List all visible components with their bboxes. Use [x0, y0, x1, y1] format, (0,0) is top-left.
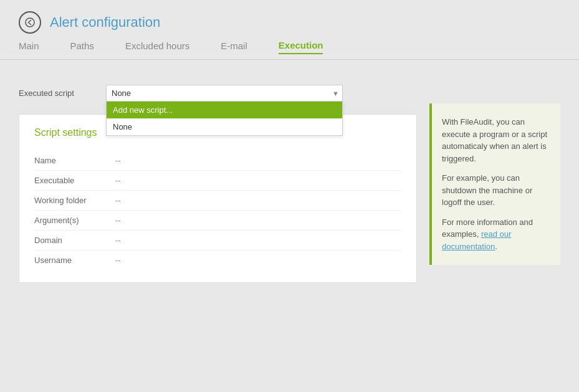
settings-value-arguments: --: [115, 216, 121, 225]
sidebar-paragraph-3: For more information and examples, read …: [442, 216, 550, 253]
content-area: Executed script None ▼ Add new script...…: [0, 72, 579, 295]
executed-script-label: Executed script: [19, 88, 93, 98]
executed-script-dropdown[interactable]: None ▼ Add new script... None: [106, 85, 343, 102]
settings-row-username: Username --: [34, 251, 401, 270]
tab-execution[interactable]: Execution: [279, 40, 323, 54]
settings-value-working-folder: --: [115, 196, 121, 205]
settings-value-username: --: [115, 256, 121, 265]
settings-label-username: Username: [34, 256, 115, 265]
sidebar-paragraph-3-suffix: .: [495, 242, 497, 251]
settings-label-working-folder: Working folder: [34, 196, 115, 205]
dropdown-menu: Add new script... None: [106, 102, 343, 136]
settings-label-executable: Executable: [34, 176, 115, 185]
executed-script-row: Executed script None ▼ Add new script...…: [19, 85, 417, 102]
tab-excluded-hours[interactable]: Excluded hours: [125, 41, 189, 54]
settings-row-name: Name --: [34, 151, 401, 171]
sidebar-paragraph-2: For example, you can shutdown the machin…: [442, 172, 550, 209]
settings-label-name: Name: [34, 156, 115, 165]
back-button[interactable]: [19, 11, 41, 34]
settings-row-working-folder: Working folder --: [34, 191, 401, 211]
dropdown-item-add-new[interactable]: Add new script...: [107, 102, 342, 118]
page-title: Alert configuration: [50, 14, 160, 31]
settings-label-arguments: Argument(s): [34, 216, 115, 225]
settings-row-arguments: Argument(s) --: [34, 211, 401, 231]
settings-row-executable: Executable --: [34, 171, 401, 191]
settings-value-name: --: [115, 156, 121, 165]
dropdown-item-none[interactable]: None: [107, 118, 342, 135]
sidebar-info: With FileAudit, you can execute a progra…: [429, 103, 560, 265]
tab-bar: Main Paths Excluded hours E-mail Executi…: [0, 40, 579, 60]
settings-row-domain: Domain --: [34, 231, 401, 251]
main-panel: Executed script None ▼ Add new script...…: [19, 85, 417, 283]
tab-paths[interactable]: Paths: [70, 41, 94, 54]
settings-label-domain: Domain: [34, 236, 115, 245]
tab-email[interactable]: E-mail: [221, 41, 247, 54]
sidebar-paragraph-1: With FileAudit, you can execute a progra…: [442, 116, 550, 165]
svg-point-0: [26, 18, 34, 27]
tab-main[interactable]: Main: [19, 41, 39, 54]
script-settings-card: Script settings Name -- Executable -- Wo…: [19, 114, 417, 283]
dropdown-current-value[interactable]: None: [106, 85, 343, 102]
settings-value-domain: --: [115, 236, 121, 245]
header: Alert configuration: [0, 0, 579, 40]
settings-value-executable: --: [115, 176, 121, 185]
